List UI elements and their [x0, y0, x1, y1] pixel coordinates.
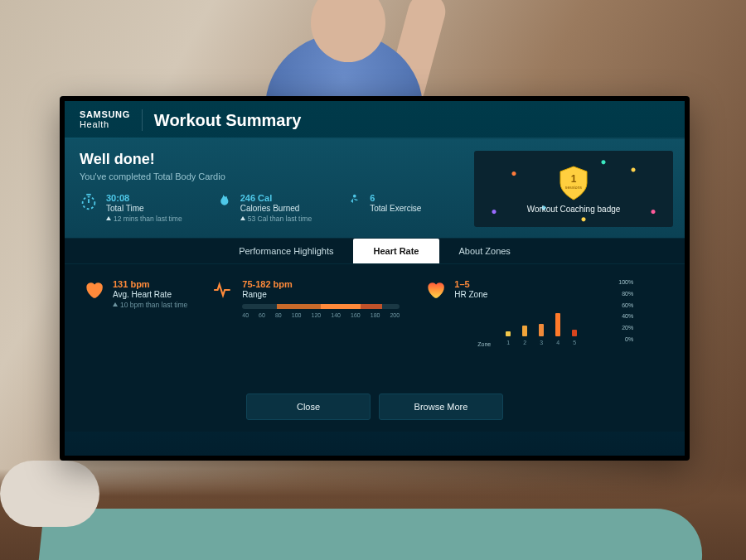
tab-about-zones[interactable]: About Zones: [439, 239, 530, 263]
flame-icon: [214, 193, 232, 211]
hr-range-ticks: 406080100120140160180200: [242, 312, 400, 318]
summary-band: Well done! You've completed Total Body C…: [65, 139, 685, 238]
stat-exercise: 6 Total Exercise: [343, 193, 421, 223]
tv-frame: SAMSUNG Health Workout Summary Well done…: [60, 96, 690, 461]
heart-zone-icon: [424, 279, 446, 301]
badge-number: 1: [557, 173, 590, 185]
stat-total-time-value: 30:08: [106, 193, 182, 203]
avg-hr-value: 131 bpm: [113, 279, 187, 289]
brand-line-2: Health: [80, 120, 130, 130]
achievement-badge-card: 1 sessions Workout Coaching badge: [474, 151, 673, 227]
hr-range-bar: [242, 304, 400, 309]
stat-calories-delta: 53 Cal than last time: [240, 215, 312, 223]
tab-performance-highlights[interactable]: Performance Highlights: [219, 239, 353, 263]
footer-buttons: Close Browse More: [65, 389, 685, 432]
app-screen: SAMSUNG Health Workout Summary Well done…: [65, 101, 685, 456]
hr-range-label: Range: [242, 290, 400, 299]
hr-zone-chart: Zone 12345: [501, 279, 605, 345]
heart-icon: [83, 279, 104, 301]
tab-heart-rate[interactable]: Heart Rate: [353, 239, 438, 263]
header-divider: [142, 109, 143, 131]
trophy-badge-icon: 1 sessions: [557, 165, 590, 201]
stat-total-time-label: Total Time: [106, 204, 182, 213]
stat-calories-value: 246 Cal: [240, 193, 312, 203]
stat-total-time-delta: 12 mins than last time: [106, 215, 182, 223]
stat-exercise-value: 6: [370, 193, 421, 203]
metric-hr-range: 75-182 bpm Range 40608010012014016018020…: [212, 279, 400, 382]
zone-chart-ylabels: 100%80%60%40%20%0%: [618, 279, 633, 342]
runner-icon: [343, 193, 361, 211]
stopwatch-icon: [80, 193, 98, 211]
badge-unit: sessions: [557, 185, 590, 190]
stat-exercise-label: Total Exercise: [370, 204, 421, 213]
tab-bar: Performance Highlights Heart Rate About …: [65, 238, 685, 264]
browse-more-button[interactable]: Browse More: [379, 393, 503, 420]
brand-logo: SAMSUNG Health: [80, 110, 130, 129]
hr-zone-value: 1–5: [454, 279, 487, 289]
heart-rate-panel: 131 bpm Avg. Heart Rate 10 bpm than last…: [65, 264, 685, 389]
header: SAMSUNG Health Workout Summary: [65, 101, 685, 138]
metric-hr-zone: 1–5 HR Zone Zone 12345 100%80%60%40%20%0…: [424, 279, 666, 382]
hr-range-value: 75-182 bpm: [242, 279, 400, 289]
stat-calories: 246 Cal Calories Burned 53 Cal than last…: [214, 193, 312, 223]
avg-hr-delta: 10 bpm than last time: [113, 301, 187, 309]
badge-label: Workout Coaching badge: [527, 205, 621, 214]
hr-zone-label: HR Zone: [454, 290, 487, 299]
stat-calories-label: Calories Burned: [240, 204, 312, 213]
avg-hr-label: Avg. Heart Rate: [113, 290, 187, 299]
zone-chart-xlabel: Zone: [477, 341, 491, 347]
page-title: Workout Summary: [154, 111, 301, 130]
pulse-icon: [212, 279, 234, 301]
close-button[interactable]: Close: [246, 393, 371, 420]
metric-avg-hr: 131 bpm Avg. Heart Rate 10 bpm than last…: [83, 279, 187, 382]
background-yoga-mat: [39, 509, 708, 560]
background-foam-roller: [0, 461, 99, 527]
svg-point-1: [353, 195, 356, 198]
stat-total-time: 30:08 Total Time 12 mins than last time: [80, 193, 182, 223]
